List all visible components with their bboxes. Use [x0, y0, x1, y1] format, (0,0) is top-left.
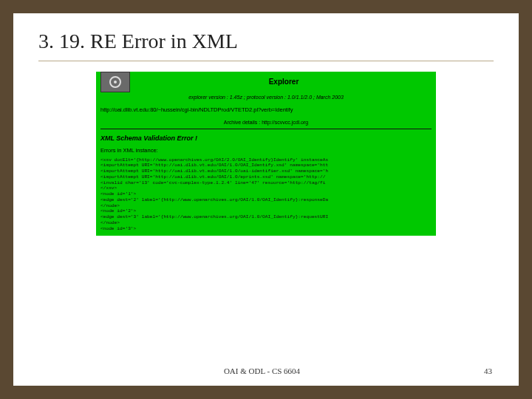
code-line: <importAttempt URI='http://oai.dlib.vt.e…	[100, 174, 325, 180]
code-line: </node>	[100, 220, 120, 225]
version-line: explorer version : 1.45z ; protocol vers…	[96, 94, 436, 104]
open-archives-logo	[100, 72, 130, 92]
errors-label: Errors in XML instance:	[96, 147, 436, 157]
slide-footer: OAI & ODL - CS 6604 43	[13, 366, 519, 375]
embedded-screenshot: Explorer explorer version : 1.45z ; prot…	[96, 72, 436, 236]
code-line: <edge dest='2' label='{http://www.openar…	[100, 197, 328, 202]
code-line: <node id='1'>	[100, 191, 136, 197]
archive-details: Archive details : http://scvvcc.jcdl.org	[96, 115, 436, 129]
code-line: <importAttempt URI='http://oai.dlib.vt.e…	[100, 163, 328, 168]
title-rule	[38, 61, 494, 61]
code-line: <xsv docElt='{http://www.openarchives.or…	[100, 157, 328, 163]
screenshot-header: Explorer	[96, 72, 436, 94]
slide: 3. 19. RE Error in XML Explorer explorer…	[13, 13, 519, 386]
code-line: </xsv>	[100, 185, 117, 191]
divider	[100, 129, 432, 129]
screenshot-title-wrap: Explorer	[136, 78, 432, 87]
code-line: <importAttempt URI='http://oai.dlib.vt.e…	[100, 168, 328, 174]
code-line: <node id='3'>	[100, 226, 136, 231]
page-title: 3. 19. RE Error in XML	[38, 30, 494, 53]
request-url: http://oai.dlib.vt.edu:80/~hussein/cgi-b…	[96, 104, 436, 115]
page-number: 43	[484, 366, 492, 375]
code-line: <edge dest='3' label='{http://www.openar…	[100, 214, 328, 219]
error-title: XML Schema Validation Error !	[96, 132, 436, 147]
disc-icon	[109, 76, 121, 88]
code-line: </node>	[100, 203, 120, 208]
footer-center: OAI & ODL - CS 6604	[40, 366, 484, 375]
xml-error-block: <xsv docElt='{http://www.openarchives.or…	[96, 157, 436, 236]
code-line: <node id='2'>	[100, 208, 136, 214]
code-line: <invalid char='13' code='cvc-complex-typ…	[100, 180, 325, 185]
screenshot-app-title: Explorer	[136, 78, 432, 87]
